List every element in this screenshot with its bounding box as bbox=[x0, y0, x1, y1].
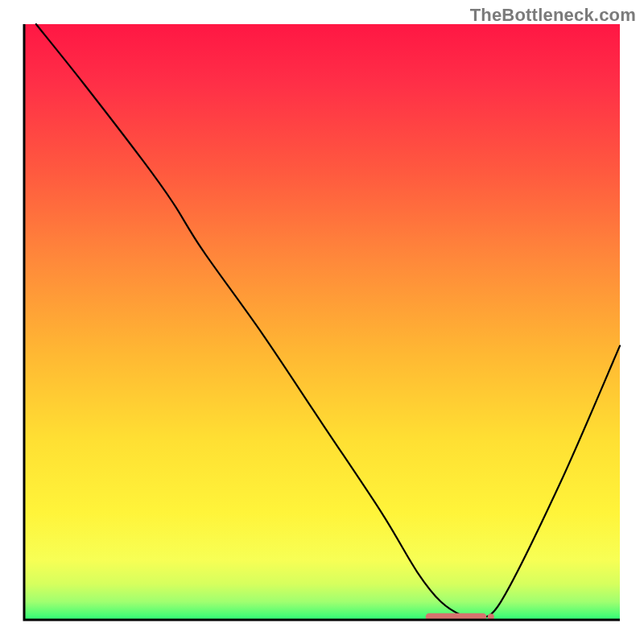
plot-area bbox=[24, 24, 620, 620]
plot-background bbox=[24, 24, 620, 620]
chart-svg bbox=[0, 0, 644, 644]
chart-container: TheBottleneck.com bbox=[0, 0, 644, 644]
